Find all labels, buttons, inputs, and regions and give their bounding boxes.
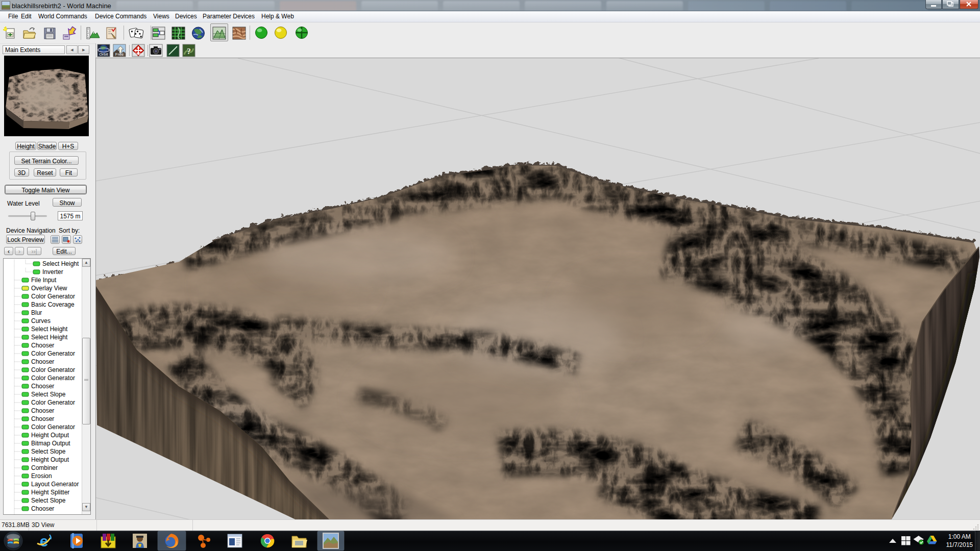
svg-text:?: ? xyxy=(187,47,191,56)
svg-text:Orbit: Orbit xyxy=(99,52,108,57)
svg-text:Reset: Reset xyxy=(134,52,143,56)
svg-text:Free: Free xyxy=(115,52,124,57)
